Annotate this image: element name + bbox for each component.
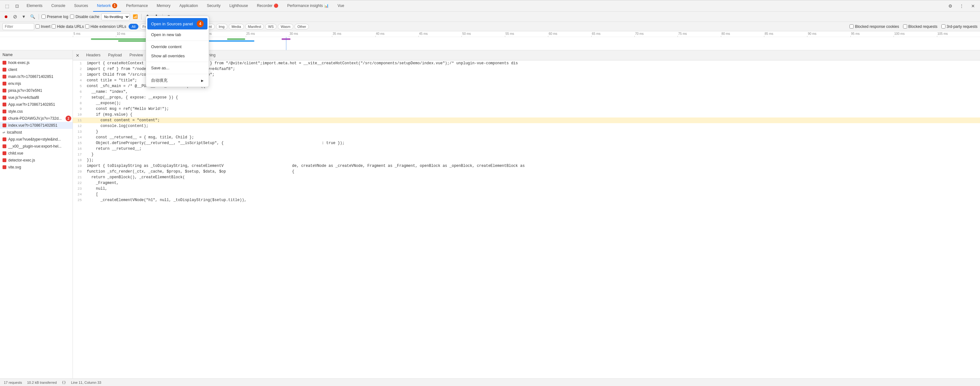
detail-close-button[interactable]: ✕: [74, 52, 81, 59]
record-button[interactable]: ⏺: [3, 13, 10, 20]
chip-other[interactable]: Other: [294, 24, 309, 29]
line-content-13: }: [86, 129, 980, 135]
file-item-8[interactable]: chunk-PD2AWGJV.js?v=732d... 2: [0, 115, 73, 122]
file-item-9[interactable]: index.vue?t=1708671402851: [0, 122, 73, 129]
line-content-2: import { ref } from "/node_modules/.vite…: [86, 66, 980, 72]
tab-vue[interactable]: Vue: [334, 0, 348, 12]
third-party-requests-label[interactable]: 3rd-party requests: [941, 24, 977, 29]
line-number-12: 12: [73, 123, 86, 129]
line-number-8: 8: [73, 100, 86, 106]
line-number-15: 15: [73, 140, 86, 146]
tick-19: 100 ms: [894, 32, 937, 35]
disable-cache-label[interactable]: Disable cache: [70, 14, 99, 19]
tick-4: 25 ms: [246, 32, 289, 35]
preserve-log-checkbox[interactable]: [41, 14, 46, 19]
tick-12: 65 ms: [591, 32, 635, 35]
line-number-4: 4: [73, 78, 86, 83]
file-item-10[interactable]: ⇄ localhost: [0, 129, 73, 136]
detail-tab-payload[interactable]: Payload: [104, 50, 126, 60]
chip-all[interactable]: All: [129, 24, 138, 29]
line-number-22: 22: [73, 180, 86, 186]
detail-tab-preview[interactable]: Preview: [126, 50, 147, 60]
tab-application[interactable]: Application: [175, 0, 202, 12]
wifi-icon[interactable]: 📶: [132, 13, 139, 20]
chip-wasm[interactable]: Wasm: [278, 24, 293, 29]
hide-data-urls-checkbox[interactable]: [52, 24, 56, 29]
hide-extension-urls-checkbox[interactable]: [85, 24, 89, 29]
line-content-9: const msg = ref("Hello World!");: [86, 106, 980, 112]
disable-cache-checkbox[interactable]: [70, 14, 74, 19]
hide-data-urls-label[interactable]: Hide data URLs: [52, 24, 84, 29]
line-content-15: Object.defineProperty(__returned__, "__i…: [86, 140, 980, 146]
chip-media[interactable]: Media: [229, 24, 244, 29]
blocked-response-cookies-text: Blocked response cookies: [855, 24, 899, 29]
preserve-log-label[interactable]: Preserve log: [41, 14, 68, 19]
line-content-19: import { toDisplayString as _toDisplaySt…: [86, 163, 980, 169]
clear-button[interactable]: ⊘: [11, 13, 18, 20]
hide-extension-urls-label[interactable]: Hide extension URLs: [85, 24, 126, 29]
tab-sources[interactable]: Sources: [70, 0, 92, 12]
file-item-12[interactable]: __x00__plugin-vue:export-hel...: [0, 143, 73, 150]
file-item-5[interactable]: vue.js?v=e4cfaaf8: [0, 94, 73, 101]
code-line-7: 7 setup(__props, { expose: __expose }) {: [73, 95, 980, 100]
settings-icon[interactable]: ⚙: [946, 2, 955, 10]
device-toolbar-icon[interactable]: ⊡: [13, 2, 22, 10]
ctx-save-as[interactable]: Save as...: [146, 64, 209, 73]
code-area[interactable]: 1import { createHotContext as __vite__cr…: [73, 60, 980, 378]
tab-elements[interactable]: Elements: [23, 0, 46, 12]
close-devtools-icon[interactable]: ✕: [969, 2, 977, 10]
filter-toggle-button[interactable]: ▼: [20, 13, 27, 20]
chip-img[interactable]: Img: [216, 24, 228, 29]
tick-7: 40 ms: [375, 32, 418, 35]
inspect-icon[interactable]: ⬚: [3, 2, 11, 10]
blocked-requests-label[interactable]: Blocked requests: [903, 24, 937, 29]
tab-console[interactable]: Console: [48, 0, 69, 12]
tab-memory[interactable]: Memory: [153, 0, 174, 12]
file-list-panel: Name hook-exec.js client main.ts?t=17086…: [0, 50, 73, 378]
file-item-4[interactable]: pinia.js?v=307e5f41: [0, 87, 73, 94]
chip-ws[interactable]: WS: [265, 24, 277, 29]
tab-lighthouse[interactable]: Lighthouse: [226, 0, 252, 12]
line-number-20: 20: [73, 169, 86, 175]
ctx-autofill[interactable]: 自动填充 ▶: [146, 75, 209, 86]
invert-label[interactable]: Invert: [35, 24, 50, 29]
file-item-11[interactable]: App.vue?vue&type=style&ind...: [0, 136, 73, 143]
invert-checkbox[interactable]: [35, 24, 40, 29]
file-item-2[interactable]: main.ts?t=1708671402851: [0, 73, 73, 80]
line-content-8: __expose();: [86, 100, 980, 106]
file-item-13[interactable]: child.vue: [0, 150, 73, 157]
file-name-8: chunk-PD2AWGJV.js?v=732d...: [8, 116, 62, 121]
file-item-3[interactable]: env.mjs: [0, 80, 73, 87]
search-button[interactable]: 🔍: [29, 13, 36, 20]
more-options-icon[interactable]: ⋮: [957, 2, 966, 10]
third-party-requests-checkbox[interactable]: [941, 24, 945, 29]
filter-input[interactable]: [3, 23, 34, 30]
file-item-14[interactable]: detector-exec.js: [0, 157, 73, 164]
file-name-15: vite.svg: [8, 165, 21, 169]
tick-0: 5 ms: [73, 32, 116, 35]
blocked-response-cookies-checkbox[interactable]: [850, 24, 854, 29]
detail-tab-headers[interactable]: Headers: [82, 50, 104, 60]
blocked-requests-checkbox[interactable]: [903, 24, 907, 29]
file-item-1[interactable]: client: [0, 66, 73, 73]
tick-17: 90 ms: [807, 32, 850, 35]
file-icon-11: [3, 137, 6, 141]
tab-network[interactable]: Network1: [93, 0, 121, 12]
throttle-select[interactable]: No throttling: [101, 13, 130, 20]
tab-recorder[interactable]: Recorder 🔴: [253, 0, 282, 12]
line-number-19: 19: [73, 163, 86, 169]
code-line-10: 10 if (msg.value) {: [73, 112, 980, 118]
file-item-7[interactable]: style.css: [0, 108, 73, 115]
tab-security[interactable]: Security: [203, 0, 224, 12]
ctx-show-all-overrides[interactable]: Show all overrides: [146, 51, 209, 60]
line-number-7: 7: [73, 95, 86, 100]
file-item-0[interactable]: hook-exec.js: [0, 59, 73, 66]
file-item-6[interactable]: App.vue?t=1708671402851: [0, 101, 73, 108]
blocked-response-cookies-label[interactable]: Blocked response cookies: [850, 24, 899, 29]
tab-performance[interactable]: Performance: [122, 0, 152, 12]
chip-manifest[interactable]: Manifest: [245, 24, 264, 29]
line-number-13: 13: [73, 129, 86, 135]
code-line-22: 22 _Fragment,: [73, 180, 980, 186]
tab-perf-insights[interactable]: Performance insights 📊: [283, 0, 332, 12]
file-item-15[interactable]: vite.svg: [0, 164, 73, 171]
